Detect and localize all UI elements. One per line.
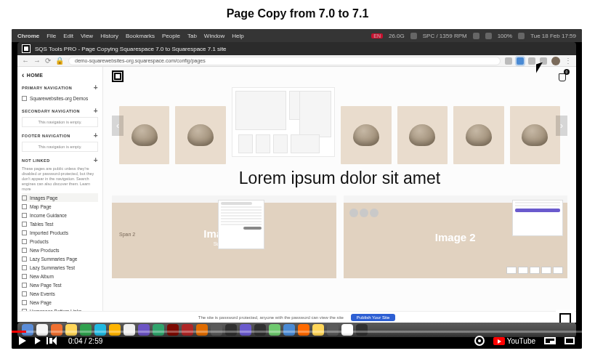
- publish-site-button[interactable]: Publish Your Site: [351, 314, 395, 321]
- tool-panel: [218, 200, 264, 249]
- extension-icon-3[interactable]: [540, 57, 547, 65]
- add-footer-page-button[interactable]: +: [94, 132, 98, 139]
- sidebar-item-notlinked[interactable]: Lazy Summaries Page: [22, 254, 98, 263]
- reload-icon[interactable]: ⟳: [45, 57, 51, 65]
- wifi-icon[interactable]: [473, 33, 479, 39]
- page-icon: [22, 213, 27, 218]
- section-header-secondary: SECONDARY NAVIGATION +: [22, 107, 98, 115]
- os-menubar: Chrome File Edit View History Bookmarks …: [12, 29, 582, 42]
- image-2-label: Image 2: [435, 231, 476, 243]
- volume-icon[interactable]: [49, 336, 60, 345]
- watch-on-youtube-button[interactable]: YouTube: [493, 337, 535, 345]
- tab-title[interactable]: SQS Tools PRO - Page Copying Squarespace…: [35, 46, 227, 52]
- add-primary-page-button[interactable]: +: [94, 84, 98, 92]
- menu-edit[interactable]: Edit: [63, 33, 73, 39]
- next-button[interactable]: [35, 337, 41, 344]
- lock-icon[interactable]: 🔒: [55, 57, 64, 65]
- settings-icon[interactable]: [474, 336, 485, 346]
- bluetooth-icon[interactable]: [485, 33, 492, 39]
- add-secondary-page-button[interactable]: +: [94, 107, 98, 115]
- sidebar-item-notlinked[interactable]: Tables Test: [22, 219, 98, 228]
- gallery-thumb[interactable]: [510, 106, 560, 164]
- image-card-1[interactable]: Span 2 Image 1 Subtitle 1: [112, 195, 336, 278]
- pages-sidebar: HOME PRIMARY NAVIGATION + Squarewebsites…: [17, 67, 103, 311]
- page-preview: 0 ‹ ›: [103, 67, 576, 311]
- gallery-prev-button[interactable]: ‹: [112, 116, 124, 136]
- page-icon: [22, 248, 27, 253]
- secondary-empty-note: This navigation is empty.: [22, 117, 98, 127]
- disk-usage: 26.0G: [389, 33, 405, 39]
- scrubber-progress: [12, 331, 26, 333]
- menu-file[interactable]: File: [46, 33, 56, 39]
- sidebar-item-notlinked[interactable]: New Page: [22, 298, 98, 307]
- sidebar-item-notlinked[interactable]: Lazy Summaries Test: [22, 263, 98, 272]
- hero-heading: Lorem ipsum dolor sit amet: [103, 169, 576, 188]
- lang-indicator[interactable]: EN: [371, 33, 383, 39]
- address-field[interactable]: demo-squarewebsites-org.squarespace.com/…: [68, 57, 501, 65]
- site-logo-icon[interactable]: [112, 70, 124, 82]
- cart-count: 0: [564, 69, 570, 75]
- menu-people[interactable]: People: [162, 33, 180, 39]
- site-header: 0: [103, 67, 576, 86]
- image-row: Span 2 Image 1 Subtitle 1: [112, 195, 567, 278]
- menu-view[interactable]: View: [81, 33, 93, 39]
- gallery-thumb[interactable]: [453, 106, 503, 164]
- forward-icon[interactable]: →: [33, 57, 41, 65]
- sidebar-item-notlinked[interactable]: Images Page: [22, 193, 98, 202]
- play-button[interactable]: [19, 336, 26, 345]
- cart-icon[interactable]: 0: [557, 71, 567, 81]
- publish-note: The site is password protected, anyone w…: [198, 315, 344, 320]
- back-icon[interactable]: ←: [22, 57, 29, 65]
- sidebar-item-notlinked[interactable]: Imported Products: [22, 228, 98, 237]
- theater-mode-icon[interactable]: [544, 337, 556, 344]
- gallery-thumb[interactable]: [341, 106, 391, 164]
- menu-tab[interactable]: Tab: [187, 33, 197, 39]
- extension-icon-2[interactable]: [528, 57, 535, 65]
- sidebar-item-notlinked[interactable]: Income Guidance: [22, 211, 98, 219]
- gallery-thumb[interactable]: [175, 106, 225, 164]
- menu-window[interactable]: Window: [204, 33, 224, 39]
- gallery-next-button[interactable]: ›: [556, 116, 567, 136]
- gallery-thumb[interactable]: [397, 106, 448, 164]
- footer-empty-note: This navigation is empty.: [22, 142, 98, 152]
- battery-pct: 100%: [498, 33, 512, 39]
- menu-history[interactable]: History: [100, 33, 118, 39]
- sidebar-item-demos[interactable]: Squarewebsites-org Demos: [22, 94, 98, 102]
- sidebar-item-notlinked[interactable]: Products: [22, 237, 98, 246]
- panel-action-button[interactable]: [515, 209, 560, 212]
- sidebar-item-notlinked[interactable]: New Album: [22, 272, 98, 280]
- tab-favicon: [22, 44, 31, 53]
- add-notlinked-page-button[interactable]: +: [94, 156, 98, 164]
- menu-bookmarks[interactable]: Bookmarks: [126, 33, 155, 39]
- menu-help[interactable]: Help: [232, 33, 243, 39]
- sidebar-item-notlinked[interactable]: New Events: [22, 289, 98, 298]
- sqstools-extension-icon[interactable]: [517, 57, 524, 65]
- profile-avatar[interactable]: [551, 57, 560, 65]
- page-title: Page Copy from 7.0 to 7.1: [0, 0, 595, 29]
- image-card-2[interactable]: Image 2: [344, 195, 568, 278]
- page-icon: [22, 195, 27, 201]
- page-icon: [22, 300, 27, 305]
- section-header-footer: FOOTER NAVIGATION +: [22, 132, 98, 139]
- page-icon: [22, 274, 27, 279]
- tool-panel-2: [512, 200, 563, 236]
- video-player: Chrome File Edit View History Bookmarks …: [12, 29, 582, 349]
- notlinked-note: These pages are public unless they're di…: [22, 166, 98, 191]
- sidebar-item-notlinked[interactable]: Map Page: [22, 202, 98, 211]
- fullscreen-icon[interactable]: [564, 337, 575, 344]
- sidebar-item-notlinked[interactable]: New Page Test: [22, 280, 98, 289]
- span-label: Span 2: [119, 232, 135, 237]
- chrome-menu-icon[interactable]: ⋮: [564, 57, 572, 65]
- stats-icon: [410, 33, 417, 39]
- youtube-icon: [493, 337, 505, 345]
- sidebar-home-link[interactable]: HOME: [22, 71, 98, 79]
- gallery-thumb[interactable]: [119, 106, 169, 164]
- page-icon: [22, 291, 27, 296]
- section-header-notlinked: NOT LINKED +: [22, 156, 98, 164]
- fan-stats: SPC / 1359 RPM: [423, 33, 467, 39]
- scrubber[interactable]: [12, 331, 582, 333]
- sidebar-item-notlinked[interactable]: New Products: [22, 246, 98, 254]
- page-icon: [22, 230, 27, 235]
- page-icon: [22, 222, 27, 227]
- extension-icon[interactable]: [505, 57, 512, 65]
